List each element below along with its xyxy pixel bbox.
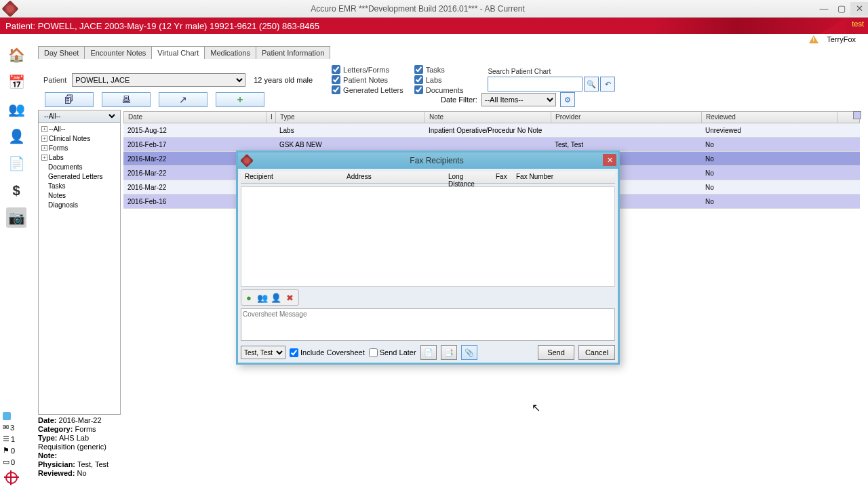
nav-rail: 🏠 📅 👥 👤 📄 $ 📷	[1, 41, 31, 228]
calendar-icon[interactable]: 📅	[6, 72, 26, 92]
tree-tasks[interactable]: Tasks	[48, 182, 66, 190]
col-provider[interactable]: Provider	[551, 112, 702, 123]
chk-tasks[interactable]: Tasks	[414, 65, 464, 74]
search-input[interactable]	[488, 77, 583, 92]
tree-forms[interactable]: Forms	[49, 144, 68, 152]
staff-icon[interactable]: 👤	[270, 291, 282, 304]
dcol-fax-number[interactable]: Fax Number	[512, 171, 587, 183]
tab-encounter-notes[interactable]: Encounter Notes	[84, 46, 152, 59]
tree-diagnosis[interactable]: Diagnosis	[48, 201, 78, 209]
chk-letters-forms[interactable]: Letters/Forms	[332, 65, 403, 74]
tab-day-sheet[interactable]: Day Sheet	[38, 46, 85, 59]
category-tree: --All-- +--All-- +Clinical Notes +Forms …	[38, 110, 121, 415]
dialog-logo	[240, 154, 254, 167]
dialog-close-button[interactable]: ✕	[603, 154, 616, 166]
patient-select[interactable]: POWELL, JACE	[72, 73, 245, 87]
warning-icon[interactable]	[809, 35, 818, 43]
patient-info: Patient: POWELL, JACE 2003-May-19 (12 Yr…	[5, 21, 319, 31]
search-back-icon[interactable]: ↶	[600, 77, 615, 92]
detail-box: Date: 2016-Mar-22 Category: Forms Type: …	[38, 416, 121, 478]
counter-icon	[3, 412, 11, 420]
col-type[interactable]: Type	[276, 112, 425, 123]
tree-notes[interactable]: Notes	[48, 192, 66, 199]
person-icon[interactable]: 👤	[6, 126, 26, 146]
col-reviewed[interactable]: Reviewed	[702, 112, 837, 123]
window-titlebar: Accuro EMR ***Development Build 2016.01*…	[0, 0, 868, 18]
home-icon[interactable]: 🏠	[6, 45, 26, 65]
chart-tabs: Day Sheet Encounter Notes Virtual Chart …	[38, 46, 330, 59]
tree-labs[interactable]: Labs	[49, 154, 64, 161]
sender-select[interactable]: Test, Test	[241, 346, 285, 359]
expand-icon[interactable]: +	[41, 136, 47, 142]
cursor-icon: ↖	[532, 401, 540, 414]
action-row: 🗐 🖶 ↗ ＋	[45, 92, 264, 107]
flag-icon[interactable]: ⚑	[3, 446, 9, 455]
tree-clinical-notes[interactable]: Clinical Notes	[49, 135, 90, 142]
tab-medications[interactable]: Medications	[204, 46, 256, 59]
mail-icon[interactable]: ✉	[3, 423, 9, 432]
tree-documents[interactable]: Documents	[48, 163, 83, 171]
contacts-icon[interactable]: 👥	[256, 291, 269, 304]
chk-include-coversheet[interactable]: Include Coversheet	[290, 348, 365, 357]
search-label: Search Patient Chart	[488, 68, 615, 75]
add-recipient-icon[interactable]: ●	[243, 291, 255, 304]
date-filter-settings-icon[interactable]: ⚙	[560, 92, 575, 107]
table-corner-icon[interactable]	[853, 111, 861, 119]
add-button[interactable]: ＋	[216, 92, 264, 107]
preview-icon[interactable]: 📄	[420, 345, 437, 360]
dcol-fax[interactable]: Fax	[492, 171, 512, 183]
tree-generated-letters[interactable]: Generated Letters	[48, 173, 103, 180]
close-button[interactable]: ✕	[850, 2, 868, 16]
table-row[interactable]: 2016-Feb-17GSK AB NEWTest, TestNo	[123, 138, 860, 152]
print-button[interactable]: 🖶	[102, 92, 151, 107]
date-filter: Date Filter: --All Items-- ⚙	[441, 92, 575, 107]
document-icon[interactable]: 📄	[6, 153, 26, 174]
dcol-recipient[interactable]: Recipient	[241, 171, 342, 183]
chk-send-later[interactable]: Send Later	[369, 348, 416, 357]
search-icon[interactable]: 🔍	[584, 77, 599, 92]
chk-labs[interactable]: Labs	[414, 75, 464, 84]
dcol-long-distance[interactable]: Long Distance	[444, 171, 492, 183]
maximize-button[interactable]: ▢	[833, 2, 850, 16]
cancel-button[interactable]: Cancel	[578, 345, 615, 360]
patient-label: Patient	[43, 76, 66, 84]
patient-banner: Patient: POWELL, JACE 2003-May-19 (12 Yr…	[0, 18, 868, 34]
target-icon[interactable]	[5, 472, 18, 484]
rail-counters: ✉3 ☰1 ⚑0 ▭0	[3, 412, 33, 484]
chk-patient-notes[interactable]: Patient Notes	[332, 75, 403, 84]
fax-recipients-dialog: Fax Recipients ✕ Recipient Address Long …	[236, 150, 620, 365]
send-button[interactable]: Send	[538, 345, 574, 360]
col-i[interactable]: I	[267, 112, 276, 123]
date-filter-select[interactable]: --All Items--	[481, 93, 556, 106]
tree-all[interactable]: --All--	[49, 125, 65, 133]
page-icon[interactable]: 📑	[441, 345, 457, 360]
org-icon[interactable]: 👥	[6, 99, 26, 119]
dialog-title: Fax Recipients	[256, 156, 618, 165]
table-row[interactable]: 2015-Aug-12LabsInpatient Operative/Proce…	[123, 123, 860, 138]
expand-icon[interactable]: +	[41, 155, 47, 161]
col-note[interactable]: Note	[425, 112, 551, 123]
coversheet-message[interactable]	[241, 308, 615, 341]
tab-virtual-chart[interactable]: Virtual Chart	[151, 46, 205, 59]
chk-generated-letters[interactable]: Generated Letters	[332, 85, 403, 94]
col-date[interactable]: Date	[124, 112, 267, 123]
camera-icon[interactable]: 📷	[6, 207, 26, 228]
expand-icon[interactable]: +	[41, 126, 47, 132]
view-button[interactable]: 🗐	[45, 92, 94, 107]
remove-recipient-icon[interactable]: ✖	[283, 291, 296, 304]
list-icon[interactable]: ☰	[3, 434, 9, 443]
minimize-button[interactable]: —	[815, 2, 833, 16]
tree-header-select[interactable]: --All--	[41, 112, 117, 121]
attach-icon[interactable]: 📎	[461, 345, 477, 360]
patient-row: Patient POWELL, JACE 12 years old male L…	[43, 65, 857, 94]
app-logo	[1, 0, 18, 17]
username: TerryFox	[827, 35, 856, 43]
expand-icon[interactable]: +	[41, 145, 47, 151]
tab-patient-information[interactable]: Patient Information	[256, 46, 330, 59]
billing-icon[interactable]: $	[6, 180, 26, 201]
box-icon[interactable]: ▭	[3, 458, 9, 466]
export-button[interactable]: ↗	[159, 92, 208, 107]
dcol-address[interactable]: Address	[342, 171, 444, 183]
recipient-list[interactable]	[241, 186, 615, 287]
patient-age: 12 years old male	[254, 76, 313, 84]
